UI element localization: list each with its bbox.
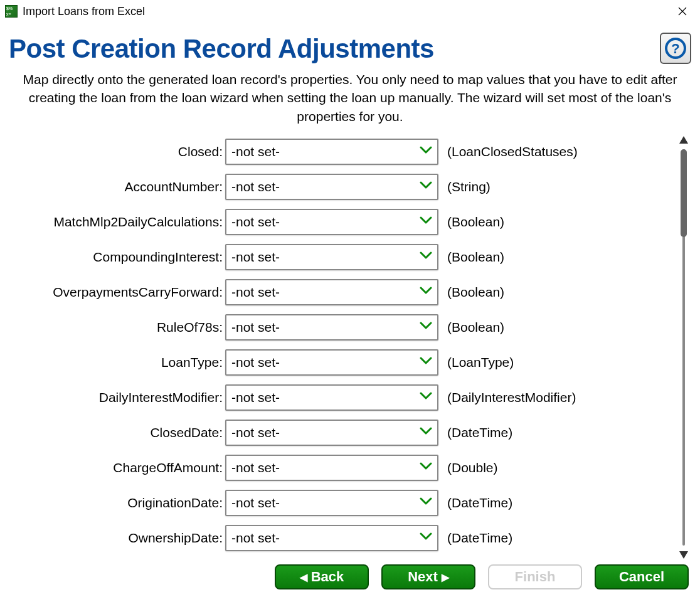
chevron-down-icon (420, 356, 432, 369)
dropdown-value: -not set- (231, 531, 420, 546)
field-type: (Boolean) (438, 285, 504, 300)
scroll-down-button[interactable] (678, 549, 689, 561)
close-button[interactable] (670, 4, 695, 19)
field-row: OverpaymentsCarryForward:-not set-(Boole… (9, 275, 672, 310)
back-button[interactable]: ◀ Back (275, 564, 369, 589)
chevron-down-icon (420, 251, 432, 263)
field-row: CompoundingInterest:-not set-(Boolean) (9, 240, 672, 275)
dropdown-value: -not set- (231, 214, 420, 230)
field-dropdown[interactable]: -not set- (225, 174, 438, 200)
arrow-up-icon (678, 134, 689, 145)
field-label: LoanType: (9, 355, 225, 370)
button-bar: ◀ Back Next ▶ Finish Cancel (275, 564, 689, 589)
finish-label: Finish (515, 569, 556, 585)
field-row: MatchMlp2DailyCalculations:-not set-(Boo… (9, 204, 672, 240)
chevron-down-icon (420, 286, 432, 298)
svg-text:?: ? (671, 41, 679, 56)
field-type: (DateTime) (438, 531, 512, 546)
field-dropdown[interactable]: -not set- (225, 455, 438, 481)
scroll-track[interactable] (682, 149, 685, 546)
field-row: DailyInterestModifier:-not set-(DailyInt… (9, 380, 672, 415)
field-label: ChargeOffAmount: (9, 460, 225, 475)
help-button[interactable]: ? (660, 33, 691, 64)
field-label: OwnershipDate: (9, 531, 225, 546)
field-label: ClosedDate: (9, 425, 225, 440)
page-description: Map directly onto the generated loan rec… (21, 70, 679, 125)
field-row: ClosedDate:-not set-(DateTime) (9, 415, 672, 450)
finish-button: Finish (488, 564, 582, 589)
field-type: (Double) (438, 460, 498, 475)
chevron-down-icon (420, 426, 432, 439)
field-type: (LoanClosedStatuses) (438, 144, 578, 159)
field-type: (DailyInterestModifier) (438, 390, 576, 405)
field-type: (Boolean) (438, 320, 504, 335)
triangle-right-icon: ▶ (442, 571, 449, 583)
chevron-down-icon (420, 462, 432, 474)
dropdown-value: -not set- (231, 390, 420, 405)
dropdown-value: -not set- (231, 179, 420, 194)
field-label: DailyInterestModifier: (9, 390, 225, 405)
field-type: (DateTime) (438, 495, 512, 510)
field-dropdown[interactable]: -not set- (225, 384, 438, 411)
page-title: Post Creation Record Adjustments (9, 29, 660, 64)
field-row: RuleOf78s:-not set-(Boolean) (9, 310, 672, 345)
field-label: AccountNumber: (9, 179, 225, 194)
field-type: (String) (438, 179, 491, 194)
dropdown-value: -not set- (231, 250, 420, 265)
chevron-down-icon (420, 145, 432, 158)
field-dropdown[interactable]: -not set- (225, 349, 438, 376)
field-type: (LoanType) (438, 355, 514, 370)
chevron-down-icon (420, 497, 432, 509)
field-row: ChargeOffAmount:-not set-(Double) (9, 450, 672, 485)
arrow-down-icon (678, 549, 689, 561)
titlebar: Import Loans from Excel (0, 0, 700, 23)
window-title: Import Loans from Excel (23, 5, 670, 18)
triangle-left-icon: ◀ (300, 571, 307, 583)
dropdown-value: -not set- (231, 320, 420, 335)
field-dropdown[interactable]: -not set- (225, 314, 438, 341)
field-dropdown[interactable]: -not set- (225, 209, 438, 235)
chevron-down-icon (420, 391, 432, 404)
field-label: RuleOf78s: (9, 320, 225, 335)
chevron-down-icon (420, 321, 432, 334)
field-row: Closed:-not set-(LoanClosedStatuses) (9, 134, 672, 169)
field-type: (Boolean) (438, 250, 504, 265)
next-label: Next (408, 569, 438, 585)
chevron-down-icon (420, 532, 432, 544)
dropdown-value: -not set- (231, 460, 420, 475)
field-row: LoanType:-not set-(LoanType) (9, 345, 672, 380)
dropdown-value: -not set- (231, 144, 420, 159)
dropdown-value: -not set- (231, 495, 420, 510)
field-dropdown[interactable]: -not set- (225, 244, 438, 270)
form-container: Closed:-not set-(LoanClosedStatuses)Acco… (9, 134, 672, 561)
field-label: OverpaymentsCarryForward: (9, 285, 225, 300)
dropdown-value: -not set- (231, 355, 420, 370)
dropdown-value: -not set- (231, 285, 420, 300)
field-type: (Boolean) (438, 214, 504, 230)
scroll-thumb[interactable] (681, 149, 687, 237)
back-label: Back (311, 569, 344, 585)
field-label: MatchMlp2DailyCalculations: (9, 214, 225, 230)
help-icon: ? (664, 37, 687, 60)
field-dropdown[interactable]: -not set- (225, 279, 438, 305)
chevron-down-icon (420, 216, 432, 228)
field-dropdown[interactable]: -not set- (225, 420, 438, 446)
cancel-button[interactable]: Cancel (595, 564, 689, 589)
field-label: OriginationDate: (9, 495, 225, 510)
field-dropdown[interactable]: -not set- (225, 139, 438, 165)
field-dropdown[interactable]: -not set- (225, 525, 438, 551)
app-icon (5, 5, 18, 18)
dropdown-value: -not set- (231, 425, 420, 440)
chevron-down-icon (420, 181, 432, 193)
field-row: OriginationDate:-not set-(DateTime) (9, 485, 672, 520)
field-row: AccountNumber:-not set-(String) (9, 169, 672, 204)
field-label: Closed: (9, 144, 225, 159)
close-icon (678, 7, 687, 16)
field-type: (DateTime) (438, 425, 512, 440)
next-button[interactable]: Next ▶ (381, 564, 475, 589)
field-label: CompoundingInterest: (9, 250, 225, 265)
field-dropdown[interactable]: -not set- (225, 490, 438, 516)
cancel-label: Cancel (619, 569, 664, 585)
scroll-up-button[interactable] (678, 134, 689, 145)
field-row: OwnershipDate:-not set-(DateTime) (9, 520, 672, 556)
